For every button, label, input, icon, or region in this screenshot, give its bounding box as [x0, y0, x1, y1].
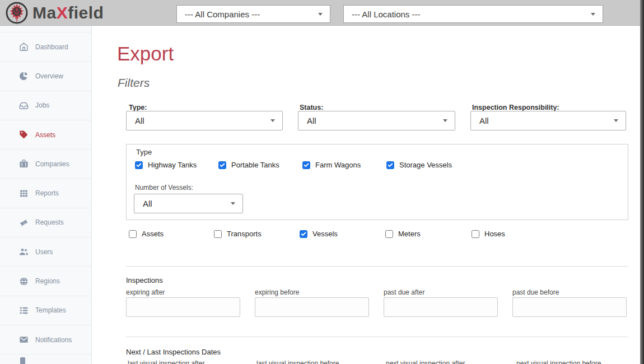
checkbox-label: Portable Tanks — [231, 161, 279, 169]
sidebar-item-label: Jobs — [35, 101, 49, 109]
status-select-value: All — [307, 116, 316, 125]
checkbox-highway-tanks[interactable]: Highway Tanks — [135, 161, 197, 169]
type-select[interactable]: All — [126, 111, 283, 130]
past-due-after-input[interactable] — [384, 297, 498, 317]
sidebar-item-label: Overview — [35, 72, 63, 80]
users-icon — [19, 247, 29, 256]
checkbox-hoses[interactable]: Hoses — [472, 230, 505, 238]
sidebar-item-label: Notifications — [35, 336, 72, 344]
past-due-after-label: past due after — [384, 288, 424, 296]
inspection-responsibility-select-label: Inspection Responsibility: — [472, 104, 559, 111]
sidebar-item-companies[interactable]: Companies — [0, 149, 91, 178]
expiring-before-input[interactable] — [255, 297, 369, 317]
sidebar-item-assets[interactable]: Assets — [0, 120, 91, 149]
type-select-value: All — [135, 116, 144, 125]
checkbox-checked-icon — [135, 161, 143, 169]
checkbox-label: Meters — [398, 230, 421, 238]
checkbox-label: Transports — [227, 230, 262, 238]
last-visual-inspection-before-label: last visual inspection before — [256, 360, 339, 364]
number-of-vessels-select[interactable]: All — [134, 194, 243, 213]
status-select[interactable]: All — [298, 111, 455, 130]
type-group-title: Type — [136, 148, 152, 156]
sidebar-item-notifications[interactable]: Notifications — [0, 325, 91, 354]
checkbox-unchecked-icon — [214, 230, 222, 238]
sidebar-item-dashboard[interactable]: Dashboard — [0, 32, 91, 61]
chevron-down-icon — [270, 119, 275, 122]
inbox-icon — [19, 101, 29, 110]
checkbox-farm-wagons[interactable]: Farm Wagons — [302, 161, 361, 169]
sidebar-item-label: Reports — [35, 189, 59, 197]
sidebar-item-label: Companies — [35, 160, 69, 168]
checkbox-label: Storage Vessels — [399, 161, 452, 169]
sidebar-item-label: Requests — [35, 218, 64, 226]
divider — [126, 337, 628, 337]
divider — [126, 266, 628, 267]
expiring-before-label: expiring before — [255, 288, 299, 296]
app-logo: M MaXfield — [6, 2, 104, 24]
pie-chart-icon — [19, 71, 29, 81]
tag-icon — [19, 130, 29, 139]
topbar: M MaXfield --- All Companies --- --- All… — [0, 0, 644, 26]
checkbox-label: Highway Tanks — [148, 161, 197, 169]
expiring-after-input[interactable] — [126, 297, 240, 317]
checkbox-meters[interactable]: Meters — [385, 230, 421, 238]
sidebar-item-requests[interactable]: Requests — [0, 208, 91, 237]
locations-dropdown-value: --- All Locations --- — [352, 10, 421, 19]
companies-dropdown-value: --- All Companies --- — [185, 10, 260, 19]
expiring-after-label: expiring after — [126, 288, 165, 296]
inspection-responsibility-select[interactable]: All — [470, 111, 626, 130]
checkbox-storage-vessels[interactable]: Storage Vessels — [386, 161, 452, 169]
partial-icon — [20, 357, 25, 364]
checkbox-label: Assets — [142, 230, 164, 238]
scrollbar-track[interactable] — [640, 0, 644, 364]
sidebar-item-regions[interactable]: Regions — [0, 266, 91, 295]
checkbox-portable-tanks[interactable]: Portable Tanks — [218, 161, 279, 169]
locations-dropdown[interactable]: --- All Locations --- — [343, 5, 603, 23]
sidebar-item-partial[interactable] — [0, 354, 91, 364]
globe-icon — [19, 277, 29, 286]
chevron-down-icon — [231, 202, 235, 205]
last-visual-inspection-after-label: last visual inspection after — [128, 360, 204, 364]
checkbox-label: Farm Wagons — [315, 161, 361, 169]
home-icon — [19, 42, 29, 52]
companies-dropdown[interactable]: --- All Companies --- — [176, 5, 330, 23]
checkbox-transports[interactable]: Transports — [214, 230, 262, 238]
checkbox-checked-icon — [386, 161, 394, 169]
sidebar-item-templates[interactable]: Templates — [0, 296, 91, 325]
checkbox-unchecked-icon — [129, 230, 137, 238]
type-group-box: Type Highway Tanks Portable Tanks Farm W… — [126, 144, 628, 220]
number-of-vessels-label: Number of Vessels: — [135, 184, 193, 192]
sidebar: Dashboard Overview Jobs Assets Companies… — [0, 26, 92, 364]
type-select-label: Type: — [129, 104, 147, 111]
sidebar-item-label: Assets — [35, 131, 55, 139]
status-select-label: Status: — [300, 104, 323, 111]
checkbox-vessels[interactable]: Vessels — [300, 230, 338, 238]
sidebar-item-jobs[interactable]: Jobs — [0, 91, 91, 120]
next-visual-inspection-after-label: next visual inspection after — [386, 360, 465, 364]
checkbox-unchecked-icon — [472, 230, 479, 238]
sidebar-item-reports[interactable]: Reports — [0, 178, 91, 207]
checkbox-unchecked-icon — [385, 230, 393, 238]
chevron-down-icon — [443, 119, 447, 122]
past-due-before-input[interactable] — [512, 297, 627, 317]
table-icon — [19, 189, 29, 198]
checkbox-assets[interactable]: Assets — [129, 230, 164, 238]
envelope-icon — [19, 335, 29, 344]
sidebar-item-label: Regions — [35, 277, 60, 285]
past-due-before-label: past due before — [512, 288, 559, 296]
sidebar-item-label: Templates — [35, 306, 66, 314]
ticket-icon — [19, 218, 29, 227]
checkbox-checked-icon — [300, 230, 307, 238]
list-icon — [19, 306, 29, 315]
sidebar-item-users[interactable]: Users — [0, 237, 91, 266]
sidebar-item-label: Users — [35, 248, 53, 256]
inspections-section-title: Inspections — [126, 276, 163, 284]
app-title: MaXfield — [32, 3, 104, 22]
maple-leaf-logo-icon: M — [6, 2, 28, 24]
app-window: M MaXfield --- All Companies --- --- All… — [0, 0, 644, 364]
sidebar-item-label: Dashboard — [35, 43, 68, 51]
checkbox-label: Hoses — [484, 230, 505, 238]
checkbox-checked-icon — [218, 161, 226, 169]
inspection-responsibility-select-value: All — [479, 116, 489, 125]
sidebar-item-overview[interactable]: Overview — [0, 61, 91, 90]
